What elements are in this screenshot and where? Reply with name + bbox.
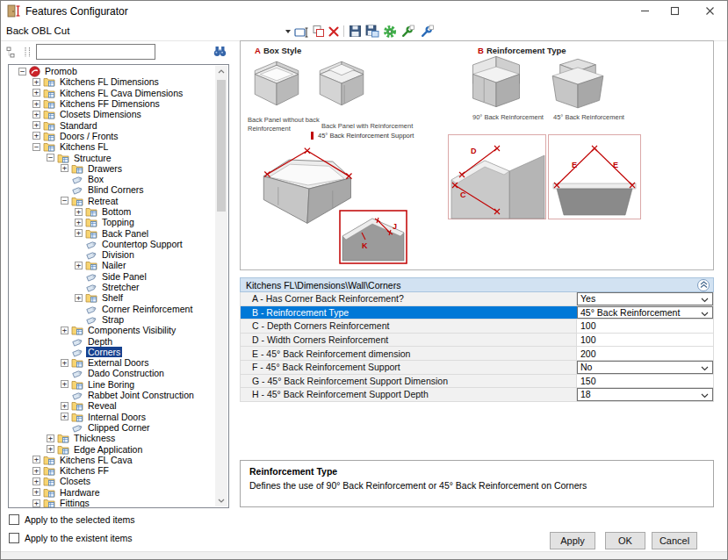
cancel-button[interactable]: Cancel [652,532,697,549]
tree-item-shelf[interactable]: +Shelf [10,292,215,303]
tree-item-internal-doors[interactable]: +Internal Doors [10,412,215,422]
property-dropdown[interactable]: No [577,361,713,374]
tree-item-closets[interactable]: +Closets [10,476,215,486]
property-row-f[interactable]: F - 45° Back Reinforcement SupportNo [241,361,713,375]
scroll-up-arrow[interactable] [215,66,227,77]
tree-item-corner-reinforcement[interactable]: Corner Reinforcement [10,304,215,314]
collapse-all-button[interactable] [4,45,18,59]
minimize-button[interactable] [630,1,660,21]
tree-item-closets-dimensions[interactable]: +Closets Dimensions [10,109,215,119]
tree-expander[interactable]: + [61,359,68,367]
tree-item-kitchens-fl-dimensions[interactable]: +Kitchens FL Dimensions [10,76,215,87]
rename-button[interactable] [293,24,309,39]
expand-all-button[interactable] [20,45,34,59]
tree-item-stretcher[interactable]: Stretcher [10,282,215,292]
maximize-button[interactable] [660,1,689,21]
search-input[interactable] [36,44,155,60]
tree-item-box[interactable]: Box [10,174,215,184]
tool-green-button[interactable] [400,24,415,39]
tree-expander[interactable]: + [32,78,40,86]
property-value-field[interactable]: 100 [577,319,596,333]
property-value-field[interactable]: 200 [577,347,596,360]
property-dropdown[interactable]: 45° Back Reinforcement [577,306,713,319]
property-row-b[interactable]: B - Reinforcement Type45° Back Reinforce… [241,306,713,320]
tree-item-blind-corners[interactable]: Blind Corners [10,184,215,195]
property-row-c[interactable]: C - Depth Corners Reinforcement100 [241,319,713,334]
property-row-g[interactable]: G - 45° Back Reinforcement Support Dimen… [241,375,713,389]
tree-expander[interactable]: − [32,143,40,151]
tree-item-line-boring[interactable]: +Line Boring [10,379,215,390]
tree-expander[interactable]: + [32,121,40,129]
tree-expander[interactable]: + [75,262,83,269]
tree-expander[interactable]: + [75,294,83,302]
tree-item-kitchens-ff[interactable]: +Kitchens FF [10,465,215,476]
tree-item-corners[interactable]: Corners [10,347,215,357]
property-dropdown[interactable]: 18 [577,388,713,401]
tree-expander[interactable]: + [61,380,68,388]
tree-item-kitchens-fl[interactable]: −Kitchens FL [10,141,215,152]
property-row-a[interactable]: A - Has Corner Back Reinforcement?Yes [241,292,713,306]
apply-button[interactable]: Apply [550,532,595,549]
tree-item-depth[interactable]: Depth [10,335,215,346]
settings-button[interactable] [382,24,398,39]
tree-expander[interactable]: − [61,197,68,205]
tree-expander[interactable]: + [61,402,68,410]
apply-selected-checkbox[interactable]: Apply to the selected items [9,514,134,525]
tree-item-side-panel[interactable]: Side Panel [10,271,215,282]
tree-item-dado-construction[interactable]: Dado Construction [10,368,215,378]
tree-expander[interactable]: + [75,219,83,226]
tree-item-topping[interactable]: +Topping [10,217,215,227]
tree-expander[interactable]: + [32,488,40,496]
tree-item-standard[interactable]: +Standard [10,119,215,130]
tree-item-hardware[interactable]: +Hardware [10,487,215,498]
tree-item-clipped-corner[interactable]: Clipped Corner [10,422,215,433]
close-button[interactable] [691,1,728,21]
scrollbar-thumb[interactable] [217,80,226,212]
tree-expander[interactable]: − [18,68,26,75]
tree-scrollbar[interactable] [215,66,227,506]
find-button[interactable] [212,44,227,60]
tree-item-edge-application[interactable]: +Edge Application [10,443,215,454]
tree-expander[interactable]: + [32,467,40,475]
tree-expander[interactable]: + [32,100,40,108]
tree-item-doors-fronts[interactable]: +Doors / Fronts [10,131,215,141]
copy-button[interactable] [310,24,326,39]
tree-item-external-doors[interactable]: +External Doors [10,357,215,368]
tree-expander[interactable]: + [32,499,40,507]
tree-expander[interactable]: + [75,208,83,216]
tree-expander[interactable]: + [47,445,54,453]
tree-expander[interactable]: + [61,327,68,334]
delete-button[interactable] [326,24,342,39]
checkbox-box[interactable] [9,514,19,525]
save-button[interactable] [347,24,363,39]
tree-item-kitchens-fl-cava[interactable]: +Kitchens FL Cava [10,455,215,465]
tree-item-division[interactable]: Division [10,249,215,260]
scroll-down-arrow[interactable] [215,495,227,506]
tree-item-thickness[interactable]: +Thickness [10,433,215,443]
tree-item-back-panel[interactable]: +Back Panel [10,227,215,238]
tree-item-components-visibility[interactable]: +Components Visibility [10,325,215,335]
tree-expander[interactable]: + [75,229,83,237]
tree-expander[interactable]: + [47,434,54,442]
property-row-e[interactable]: E - 45° Back Reinforcement dimension200 [241,347,713,361]
tree-item-strap[interactable]: Strap [10,314,215,325]
tree-expander[interactable]: + [32,111,40,118]
tool-blue-button[interactable] [419,24,435,39]
tree-expander[interactable]: + [32,477,40,485]
ok-button[interactable]: OK [605,532,645,549]
tree-item-structure[interactable]: −Structure [10,152,215,162]
tree-item-rabbet-joint-construction[interactable]: Rabbet Joint Construction [10,390,215,400]
property-value-field[interactable]: 100 [577,334,596,347]
tree-expander[interactable]: + [32,132,40,140]
tree-expander[interactable]: + [32,89,40,97]
tree-item-kitchens-fl-cava-dimensions[interactable]: +Kitchens FL Cava Dimensions [10,88,215,98]
tree-item-bottom[interactable]: +Bottom [10,206,215,217]
tree-expander[interactable]: + [61,413,68,420]
tree-item-fittings[interactable]: +Fittings [10,498,215,507]
property-dropdown[interactable]: Yes [577,292,713,305]
tree-expander[interactable]: + [61,164,68,172]
property-value-field[interactable]: 150 [577,375,596,388]
checkbox-box[interactable] [9,533,19,543]
tree-expander[interactable]: − [47,154,54,162]
apply-existent-checkbox[interactable]: Apply to the existent items [9,533,133,543]
